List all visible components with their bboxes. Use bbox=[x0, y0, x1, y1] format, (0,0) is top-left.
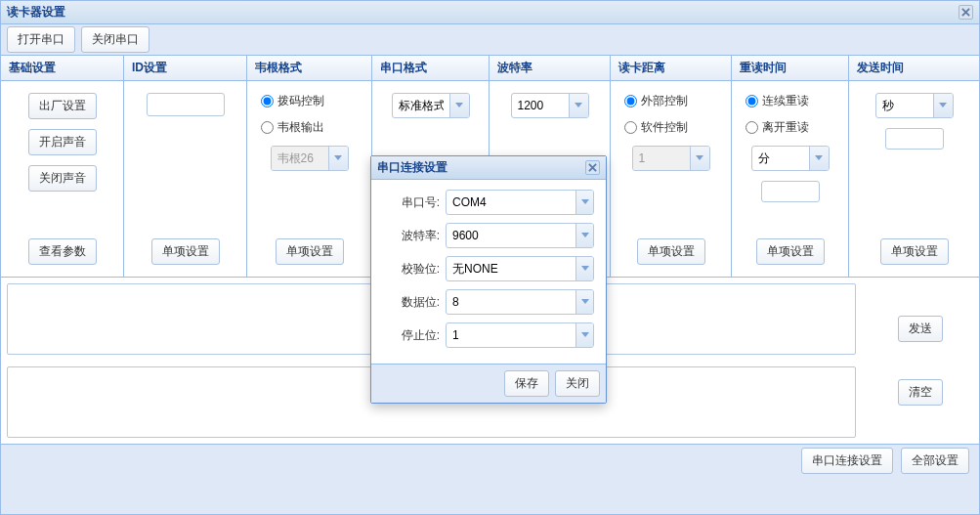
baud-label: 波特率: bbox=[383, 228, 440, 244]
chevron-down-icon[interactable] bbox=[933, 94, 953, 117]
col-reread-header: 重读时间 bbox=[732, 56, 848, 81]
window-title: 读卡器设置 bbox=[7, 4, 65, 21]
col-wiegand-header: 韦根格式 bbox=[247, 56, 371, 81]
parity-label: 校验位: bbox=[383, 261, 440, 278]
chevron-down-icon[interactable] bbox=[575, 224, 593, 247]
dialog-save-button[interactable]: 保存 bbox=[504, 370, 549, 397]
dialog-title: 串口连接设置 bbox=[377, 159, 447, 176]
wiegand-out-radio[interactable]: 韦根输出 bbox=[257, 119, 362, 136]
col-baud-header: 波特率 bbox=[490, 56, 610, 81]
reread-unit-combo[interactable] bbox=[751, 146, 830, 171]
col-id: ID设置 单项设置 bbox=[124, 56, 247, 277]
chevron-down-icon[interactable] bbox=[328, 147, 348, 170]
reread-value-input[interactable] bbox=[761, 181, 820, 202]
baud-combo[interactable] bbox=[511, 93, 589, 118]
wiegand-combo[interactable] bbox=[271, 146, 349, 171]
send-set-button[interactable]: 单项设置 bbox=[880, 238, 949, 265]
chevron-down-icon[interactable] bbox=[575, 323, 593, 347]
col-basic: 基础设置 出厂设置 开启声音 关闭声音 查看参数 bbox=[1, 56, 124, 277]
serial-settings-dialog: 串口连接设置 串口号: 波特率: 校验位: bbox=[370, 155, 607, 404]
sound-on-button[interactable]: 开启声音 bbox=[28, 129, 97, 155]
col-distance-header: 读卡距离 bbox=[611, 56, 731, 81]
dist-combo[interactable] bbox=[632, 146, 710, 171]
close-icon[interactable] bbox=[959, 5, 973, 20]
chevron-down-icon[interactable] bbox=[569, 94, 588, 117]
col-basic-header: 基础设置 bbox=[1, 56, 123, 81]
stopbits-label: 停止位: bbox=[383, 327, 440, 344]
titlebar: 读卡器设置 bbox=[1, 1, 979, 24]
wiegand-dial-radio[interactable]: 拨码控制 bbox=[257, 93, 362, 109]
all-settings-button[interactable]: 全部设置 bbox=[901, 448, 969, 474]
serial-conn-settings-button[interactable]: 串口连接设置 bbox=[801, 448, 893, 474]
id-input[interactable] bbox=[147, 93, 225, 116]
chevron-down-icon[interactable] bbox=[575, 257, 593, 280]
factory-reset-button[interactable]: 出厂设置 bbox=[28, 93, 97, 119]
chevron-down-icon[interactable] bbox=[690, 147, 709, 170]
chevron-down-icon[interactable] bbox=[449, 94, 469, 117]
stopbits-combo[interactable] bbox=[446, 322, 594, 348]
wiegand-set-button[interactable]: 单项设置 bbox=[276, 238, 344, 265]
reread-cont-radio[interactable]: 连续重读 bbox=[742, 93, 838, 109]
view-params-button[interactable]: 查看参数 bbox=[28, 238, 97, 265]
id-set-button[interactable]: 单项设置 bbox=[151, 238, 220, 265]
dialog-titlebar: 串口连接设置 bbox=[371, 156, 606, 180]
send-unit-combo[interactable] bbox=[875, 93, 954, 118]
col-sendtime: 发送时间 单项设置 bbox=[849, 56, 979, 277]
port-combo[interactable] bbox=[446, 190, 594, 215]
sound-off-button[interactable]: 关闭声音 bbox=[28, 165, 97, 192]
serial-fmt-combo[interactable] bbox=[392, 93, 470, 118]
col-id-header: ID设置 bbox=[124, 56, 246, 81]
close-port-button[interactable]: 关闭串口 bbox=[81, 26, 149, 53]
col-distance: 读卡距离 外部控制 软件控制 单项设置 bbox=[611, 56, 732, 277]
port-label: 串口号: bbox=[383, 194, 440, 211]
dist-ext-radio[interactable]: 外部控制 bbox=[620, 93, 721, 109]
open-port-button[interactable]: 打开串口 bbox=[7, 26, 75, 53]
main-window: 读卡器设置 打开串口 关闭串口 基础设置 出厂设置 开启声音 关闭声音 查看参数… bbox=[0, 0, 980, 515]
databits-combo[interactable] bbox=[446, 289, 594, 315]
chevron-down-icon[interactable] bbox=[809, 147, 829, 170]
col-wiegand: 韦根格式 拨码控制 韦根输出 单项设置 bbox=[247, 56, 372, 277]
dialog-close-icon[interactable] bbox=[585, 160, 600, 175]
reread-set-button[interactable]: 单项设置 bbox=[756, 238, 825, 265]
dist-soft-radio[interactable]: 软件控制 bbox=[620, 119, 721, 136]
col-sendtime-header: 发送时间 bbox=[849, 56, 979, 81]
reread-leave-radio[interactable]: 离开重读 bbox=[742, 119, 838, 136]
send-button[interactable]: 发送 bbox=[898, 316, 943, 342]
modal-baud-combo[interactable] bbox=[446, 223, 594, 248]
send-value-input[interactable] bbox=[885, 128, 944, 150]
footer: 串口连接设置 全部设置 bbox=[1, 444, 979, 477]
col-serial-header: 串口格式 bbox=[372, 56, 489, 81]
chevron-down-icon[interactable] bbox=[575, 290, 593, 314]
dist-set-button[interactable]: 单项设置 bbox=[637, 238, 705, 265]
chevron-down-icon[interactable] bbox=[575, 191, 593, 214]
dialog-close-button[interactable]: 关闭 bbox=[555, 370, 600, 397]
col-reread: 重读时间 连续重读 离开重读 单项设置 bbox=[732, 56, 849, 277]
toolbar: 打开串口 关闭串口 bbox=[1, 24, 979, 56]
clear-button[interactable]: 清空 bbox=[898, 379, 943, 406]
parity-combo[interactable] bbox=[446, 256, 594, 281]
databits-label: 数据位: bbox=[383, 294, 440, 311]
